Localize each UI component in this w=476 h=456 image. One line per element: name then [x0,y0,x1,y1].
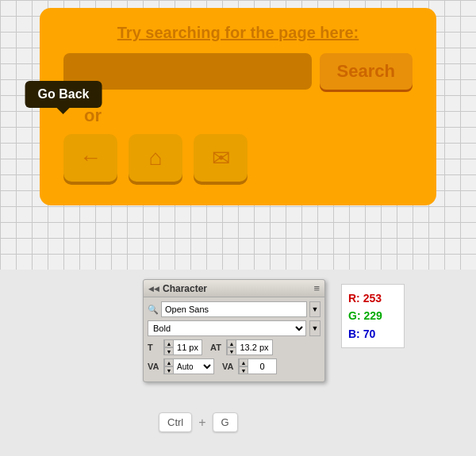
orange-card: Try searching for the page here: Search … [40,8,436,205]
color-g-value: G: 229 [348,307,397,324]
line-height-field: ▲ ▼ [226,339,273,355]
panel-titlebar: ◀◀ Character ≡ [144,280,324,297]
font-style-select[interactable]: Bold Regular Italic Bold Italic [148,320,306,336]
font-size-icon: T [148,343,160,352]
tracking-spinner: ▲ ▼ [239,358,248,374]
tracking-down[interactable]: ▼ [239,366,248,374]
font-size-up[interactable]: ▲ [164,339,174,347]
search-icon: 🔍 [148,305,159,315]
search-row: Search [63,53,413,90]
panel-body: 🔍 ▼ Bold Regular Italic Bold Italic ▼ T … [144,297,324,381]
mail-icon: ✉ [212,145,230,171]
font-dropdown-btn[interactable]: ▼ [309,301,321,317]
try-text: Try searching for the page here: [63,24,413,42]
color-b-value: B: 70 [348,325,397,343]
line-height-up[interactable]: ▲ [227,339,236,347]
font-style-row: Bold Regular Italic Bold Italic ▼ [148,320,321,336]
back-arrow-icon: ← [79,145,102,171]
kerning-field: ▲ ▼ Auto Optical 0 [163,358,214,374]
kerning-select[interactable]: Auto Optical 0 [174,359,213,374]
character-panel: ◀◀ Character ≡ 🔍 ▼ Bold Regular Italic B… [143,279,325,382]
font-name-input[interactable] [161,301,307,317]
plus-sign: + [198,416,205,430]
ctrl-key: Ctrl [159,412,192,432]
font-size-spinner: ▲ ▼ [164,339,174,355]
kerning-down[interactable]: ▼ [164,366,174,374]
font-size-input[interactable] [174,343,202,352]
font-style-dropdown-btn[interactable]: ▼ [309,320,321,336]
panel-collapse-icon[interactable]: ◀◀ [148,285,159,293]
home-icon: ⌂ [149,145,163,171]
font-size-field: ▲ ▼ [163,339,202,355]
kerning-up[interactable]: ▲ [164,358,174,366]
mail-button[interactable]: ✉ [194,134,248,182]
tracking-field: ▲ ▼ [238,358,277,374]
go-back-button[interactable]: ← [63,134,117,182]
g-key: G [213,412,238,432]
or-row: Go Back or [63,105,413,126]
size-row: T ▲ ▼ AT ▲ ▼ [148,339,321,355]
panel-menu-icon[interactable]: ≡ [313,282,320,294]
line-height-icon: AT [210,343,223,352]
tracking-up[interactable]: ▲ [239,358,248,366]
tracking-input[interactable] [248,362,276,371]
font-size-down[interactable]: ▼ [164,347,174,355]
icon-row: ← ⌂ ✉ [63,134,413,182]
go-back-tooltip: Go Back [25,81,102,108]
shortcut-row: Ctrl + G [159,412,238,432]
font-search-row: 🔍 ▼ [148,301,321,317]
kerning-icon: VA [148,362,160,371]
kerning-spinner: ▲ ▼ [164,358,174,374]
home-button[interactable]: ⌂ [129,134,182,182]
line-height-down[interactable]: ▼ [227,347,236,355]
tracking-icon: VA [222,362,235,371]
or-label: or [84,105,102,126]
color-r-value: R: 253 [348,289,397,307]
line-height-input[interactable] [236,343,272,352]
panel-title: Character [163,283,207,294]
search-button[interactable]: Search [320,53,413,90]
line-height-spinner: ▲ ▼ [227,339,236,355]
kerning-row: VA ▲ ▼ Auto Optical 0 VA ▲ ▼ [148,358,321,374]
color-box: R: 253 G: 229 B: 70 [341,284,405,348]
